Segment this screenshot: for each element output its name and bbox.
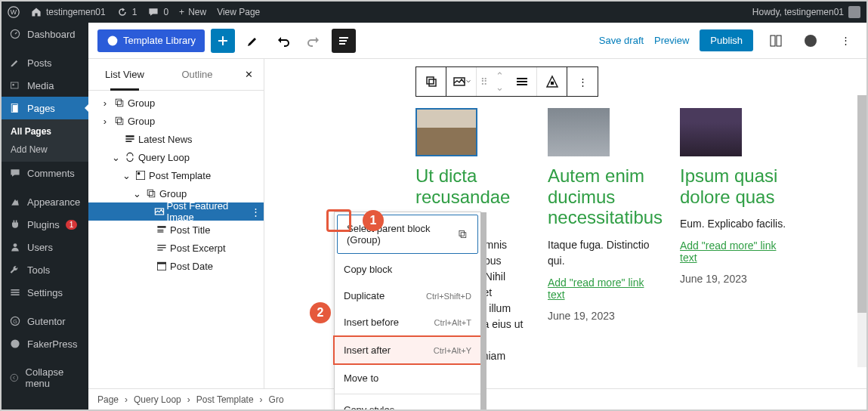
toolbar-arrows[interactable]: ⌃⌄ [492,67,507,96]
svg-rect-24 [116,117,121,122]
svg-rect-22 [116,99,121,104]
comments-link[interactable]: 0 [147,6,168,18]
menu-insert-before[interactable]: Insert beforeCtrl+Alt+T [335,309,480,335]
chevron-icon[interactable]: › [99,97,111,109]
tree-row[interactable]: ›Group⋮ [88,94,264,112]
featured-image[interactable] [548,108,610,156]
tree-row[interactable]: Latest News⋮ [88,130,264,148]
read-more-link[interactable]: Add "read more" link text [548,277,657,301]
sidebar-item-fakerpress[interactable]: FakerPress [2,332,88,355]
template-library-button[interactable]: Template Library [97,29,205,52]
sidebar-item-media[interactable]: Media [2,74,88,97]
svg-rect-17 [339,40,347,42]
sidebar-sub-add-new[interactable]: Add New [2,141,88,159]
publish-button[interactable]: Publish [700,29,753,51]
sidebar-item-plugins[interactable]: Plugins1 [2,213,88,236]
post-excerpt[interactable]: Itaque fuga. Distinctio qui. [548,237,657,269]
menu-select-parent[interactable]: Select parent block (Group) [337,215,478,254]
menu-copy-styles[interactable]: Copy styles [335,397,480,411]
svg-point-13 [11,339,19,348]
listview-button[interactable] [332,29,356,53]
tree-row[interactable]: ›Group⋮ [88,112,264,130]
close-panel-button[interactable]: ✕ [233,59,264,90]
breadcrumb-item[interactable]: Page [97,394,119,405]
edit-mode-button[interactable] [241,29,265,53]
block-icon [132,169,149,181]
more-button[interactable]: ⋮ [833,29,857,53]
settings-button[interactable] [764,29,788,53]
add-block-button[interactable] [211,29,235,53]
avatar[interactable] [848,6,860,18]
toolbar-more[interactable]: ⋮ [567,67,598,96]
toolbar-align[interactable] [507,67,537,96]
featured-image[interactable] [415,108,477,156]
chevron-icon[interactable]: › [99,116,111,127]
sidebar-item-gutentor[interactable]: GGutentor [2,310,88,332]
updates-link[interactable]: 1 [116,6,137,18]
save-draft-button[interactable]: Save draft [599,35,644,46]
toolbar-featured-icon[interactable] [446,67,477,96]
block-icon [153,242,170,254]
svg-rect-8 [11,289,19,291]
tree-label: Post Date [170,261,213,272]
post-date[interactable]: June 19, 2023 [548,310,657,322]
tree-row[interactable]: ⌄Query Loop⋮ [88,148,264,166]
options-icon[interactable]: ⋮ [248,206,264,218]
svg-rect-41 [157,262,165,264]
tree-row[interactable]: Post Title⋮ [88,221,264,239]
tree-row[interactable]: ⌄Post Template⋮ [88,166,264,184]
block-icon [111,115,128,127]
site-name[interactable]: testingemen01 [30,6,106,18]
chevron-icon[interactable]: ⌄ [120,170,132,181]
menu-move-to[interactable]: Move to [335,365,480,391]
sidebar-item-comments[interactable]: Comments [2,162,88,184]
tree-label: Post Title [170,224,210,236]
sidebar-item-pages[interactable]: Pages [2,97,88,119]
toolbar-aspect[interactable] [537,67,567,96]
featured-image[interactable] [680,108,742,156]
post-title[interactable]: Ipsum quasi dolore quas [680,165,789,207]
undo-button[interactable] [271,29,295,53]
preview-button[interactable]: Preview [654,35,689,46]
chevron-icon[interactable]: ⌄ [110,152,122,163]
post-title[interactable]: Autem enim ducimus necessitatibus [548,165,657,228]
view-page-link[interactable]: View Page [217,7,260,17]
toolbar-move-handle[interactable]: ⠿ [477,67,492,96]
menu-copy-block[interactable]: Copy block [335,256,480,283]
sidebar-item-dashboard[interactable]: Dashboard [2,23,88,45]
gutentor-button[interactable] [798,29,823,53]
sidebar-collapse[interactable]: Collapse menu [2,361,88,394]
howdy-text[interactable]: Howdy, testingemen01 [752,7,844,17]
sidebar-item-posts[interactable]: Posts [2,51,88,74]
breadcrumb-item[interactable]: Post Template [196,394,254,405]
tree-row[interactable]: Post Featured Image⋮ [88,202,264,221]
post-card: Autem enim ducimus necessitatibus Itaque… [548,108,657,388]
sidebar-item-appearance[interactable]: Appearance [2,190,88,213]
sidebar-item-settings[interactable]: Settings [2,281,88,304]
new-link[interactable]: + New [179,7,206,17]
sidebar-sub-all-pages[interactable]: All Pages [2,122,88,141]
tab-list-view[interactable]: List View [88,59,161,90]
breadcrumb-item[interactable]: Query Loop [134,394,181,405]
chevron-icon[interactable]: ⌄ [131,188,143,199]
svg-rect-36 [157,231,163,232]
post-excerpt[interactable]: Eum. Explicabo facilis. [680,216,789,232]
menu-scrollbar[interactable] [480,212,487,411]
tab-outline[interactable]: Outline [161,59,233,90]
svg-point-15 [108,36,118,45]
post-date[interactable]: June 19, 2023 [680,273,789,285]
sidebar-item-tools[interactable]: Tools [2,258,88,281]
editor-topbar: Template Library Save draft Preview Publ… [88,23,866,59]
menu-insert-after[interactable]: Insert afterCtrl+Alt+Y [333,335,482,365]
sidebar-item-users[interactable]: Users [2,236,88,258]
tree-row[interactable]: Post Excerpt⋮ [88,239,264,257]
wp-logo[interactable]: W [8,6,20,18]
block-toolbar: ⠿ ⌃⌄ ⋮ [415,66,598,97]
read-more-link[interactable]: Add "read more" link text [680,239,789,264]
toolbar-bubble-icon[interactable] [416,67,446,96]
menu-duplicate[interactable]: DuplicateCtrl+Shift+D [335,283,480,309]
breadcrumb-item[interactable]: Gro [269,394,284,405]
redo-button[interactable] [301,29,326,53]
vertical-scrollbar[interactable] [857,95,866,367]
tree-row[interactable]: Post Date⋮ [88,257,264,275]
